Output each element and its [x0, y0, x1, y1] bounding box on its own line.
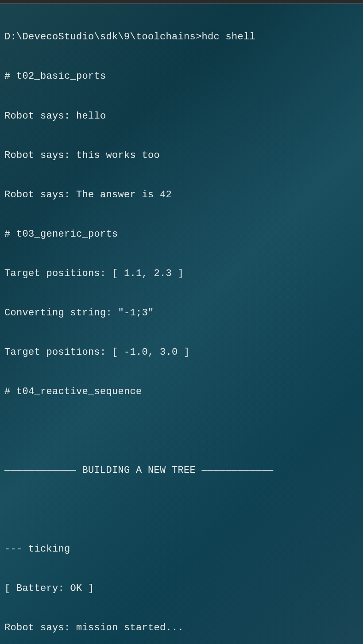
terminal-line: # t04_reactive_sequence	[4, 385, 359, 399]
terminal-line: Target positions: [ -1.0, 3.0 ]	[4, 346, 359, 359]
terminal-line: Robot says: hello	[4, 110, 359, 123]
titlebar-area	[0, 0, 363, 4]
terminal-line: ———————————— BUILDING A NEW TREE ———————…	[4, 464, 359, 477]
terminal-line	[4, 425, 359, 438]
terminal-line: Target positions: [ 1.1, 2.3 ]	[4, 267, 359, 280]
terminal-line: Robot says: this works too	[4, 149, 359, 162]
terminal-line	[4, 503, 359, 517]
terminal-line: Converting string: "-1;3"	[4, 307, 359, 320]
terminal-line: D:\DevecoStudio\sdk\9\toolchains>hdc she…	[4, 31, 359, 44]
terminal-line: [ Battery: OK ]	[4, 582, 359, 595]
terminal-line: Robot says: mission started...	[4, 621, 359, 635]
terminal-line: Robot says: The answer is 42	[4, 188, 359, 202]
terminal-line: # t03_generic_ports	[4, 228, 359, 241]
terminal-line: # t02_basic_ports	[4, 70, 359, 83]
terminal-line: --- ticking	[4, 543, 359, 556]
terminal-output[interactable]: D:\DevecoStudio\sdk\9\toolchains>hdc she…	[4, 4, 359, 644]
